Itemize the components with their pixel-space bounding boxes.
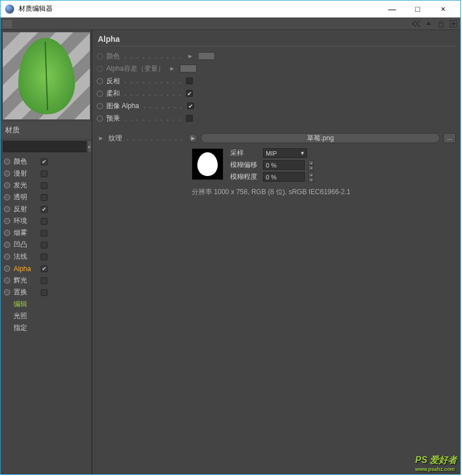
- panel-title: Alpha: [97, 31, 456, 46]
- channel-label: 颜色: [14, 157, 37, 166]
- channel-sub-row[interactable]: 编辑: [4, 298, 88, 310]
- svg-rect-0: [439, 23, 443, 27]
- channel-row[interactable]: 颜色✔: [4, 156, 88, 168]
- leaf-preview-icon: [17, 37, 76, 115]
- channel-row[interactable]: 置换: [4, 286, 88, 298]
- texture-file-button[interactable]: 草莓.png: [201, 133, 440, 143]
- channel-sub-label: 指定: [14, 323, 37, 333]
- toolbar: [1, 18, 460, 30]
- radio-icon: [4, 158, 10, 165]
- channel-row[interactable]: 烟雾: [4, 227, 88, 239]
- channel-row[interactable]: 漫射: [4, 168, 88, 179]
- channel-checkbox[interactable]: ✔: [41, 265, 48, 272]
- blur-scale-input[interactable]: 0 %: [263, 172, 305, 182]
- spin-down-button[interactable]: ▾: [308, 177, 314, 182]
- radio-icon: [4, 218, 10, 224]
- lock-icon[interactable]: [437, 19, 446, 28]
- radio-icon: [4, 206, 10, 212]
- arrow-icon: ▶: [170, 66, 174, 71]
- nav-up-icon[interactable]: [424, 19, 433, 28]
- browse-button[interactable]: ...: [443, 133, 456, 143]
- channel-sub-label: 编辑: [14, 299, 37, 309]
- radio-icon: [4, 194, 10, 200]
- radio-icon: [97, 78, 103, 84]
- channel-row[interactable]: 法线: [4, 251, 88, 263]
- spin-up-button[interactable]: ▴: [308, 160, 314, 165]
- channel-label: 法线: [14, 252, 37, 261]
- channel-label: Alpha: [14, 265, 37, 273]
- radio-icon: [97, 66, 103, 72]
- channel-checkbox[interactable]: [41, 230, 48, 237]
- add-icon[interactable]: [449, 19, 458, 28]
- expand-icon[interactable]: ▶: [99, 135, 103, 141]
- invert-label: 反相: [106, 76, 120, 86]
- tolerance-swatch[interactable]: [180, 65, 197, 72]
- channel-checkbox[interactable]: [41, 182, 48, 189]
- watermark: PS 爱好者 www.psahz.com: [415, 454, 457, 472]
- radio-icon: [4, 289, 10, 295]
- channel-checkbox[interactable]: [41, 277, 48, 284]
- radio-icon: [4, 170, 10, 177]
- channel-checkbox[interactable]: ✔: [41, 158, 48, 165]
- blur-offset-label: 模糊偏移: [230, 160, 260, 170]
- channel-checkbox[interactable]: ✔: [41, 206, 48, 213]
- radio-icon: [4, 277, 10, 284]
- blur-offset-input[interactable]: 0 %: [263, 160, 305, 170]
- minimize-button[interactable]: —: [379, 1, 405, 18]
- material-preview[interactable]: [3, 32, 90, 119]
- texture-label: 纹理: [109, 134, 122, 143]
- radio-icon: [97, 53, 103, 59]
- material-label: 材质: [1, 122, 92, 139]
- channel-checkbox[interactable]: [41, 194, 48, 201]
- channel-label: 置换: [14, 288, 37, 297]
- channel-checkbox[interactable]: [41, 218, 48, 225]
- sampling-label: 采样: [230, 148, 260, 158]
- radio-icon: [4, 182, 10, 188]
- color-label: 颜色: [106, 52, 120, 61]
- nav-back-icon[interactable]: [412, 19, 421, 28]
- channel-sub-row[interactable]: 光照: [4, 310, 88, 322]
- channel-label: 凹凸: [14, 240, 37, 250]
- window-title: 材质编辑器: [19, 4, 379, 14]
- spin-up-button[interactable]: ▴: [308, 172, 314, 177]
- channel-row[interactable]: 发光: [4, 179, 88, 191]
- left-panel: 材质 ▸ ↖ 颜色✔漫射发光透明反射✔环境烟雾凹凸法线Alpha✔辉光置换编辑光…: [1, 30, 92, 474]
- channel-label: 辉光: [14, 276, 37, 285]
- channel-label: 透明: [14, 192, 37, 202]
- radio-icon: [4, 242, 10, 248]
- channel-row[interactable]: 反射✔: [4, 203, 88, 215]
- close-button[interactable]: ×: [430, 1, 456, 18]
- channel-row[interactable]: Alpha✔: [4, 263, 88, 275]
- channel-row[interactable]: 凹凸: [4, 239, 88, 251]
- channel-row[interactable]: 环境: [4, 215, 88, 227]
- channel-label: 漫射: [14, 169, 37, 178]
- premul-checkbox[interactable]: [186, 115, 193, 122]
- search-input[interactable]: [3, 141, 87, 152]
- texture-thumbnail[interactable]: [192, 148, 223, 180]
- texture-picker-button[interactable]: ▶: [188, 134, 197, 143]
- app-icon: [5, 5, 14, 14]
- premul-label: 预乘: [106, 114, 120, 123]
- channel-sub-row[interactable]: 指定: [4, 322, 88, 334]
- channel-row[interactable]: 辉光: [4, 275, 88, 286]
- channel-checkbox[interactable]: [41, 170, 48, 177]
- search-dropdown-icon[interactable]: ▸: [88, 141, 91, 152]
- image-alpha-checkbox[interactable]: ✔: [187, 102, 194, 109]
- channel-sub-label: 光照: [14, 311, 37, 321]
- color-swatch[interactable]: [198, 52, 215, 60]
- blur-scale-label: 模糊程度: [230, 172, 260, 182]
- maximize-button[interactable]: □: [405, 1, 430, 18]
- channel-checkbox[interactable]: [41, 254, 48, 260]
- spin-down-button[interactable]: ▾: [308, 165, 314, 170]
- invert-checkbox[interactable]: [186, 78, 193, 84]
- radio-icon: [4, 254, 10, 260]
- soft-checkbox[interactable]: ✔: [186, 90, 193, 97]
- channel-checkbox[interactable]: [41, 242, 48, 248]
- channel-label: 反射: [14, 204, 37, 214]
- radio-icon: [97, 115, 103, 122]
- sampling-dropdown[interactable]: MIP▾: [263, 148, 307, 158]
- channel-label: 烟雾: [14, 228, 37, 238]
- grip-icon: [3, 20, 12, 28]
- channel-row[interactable]: 透明: [4, 191, 88, 203]
- channel-checkbox[interactable]: [41, 289, 48, 296]
